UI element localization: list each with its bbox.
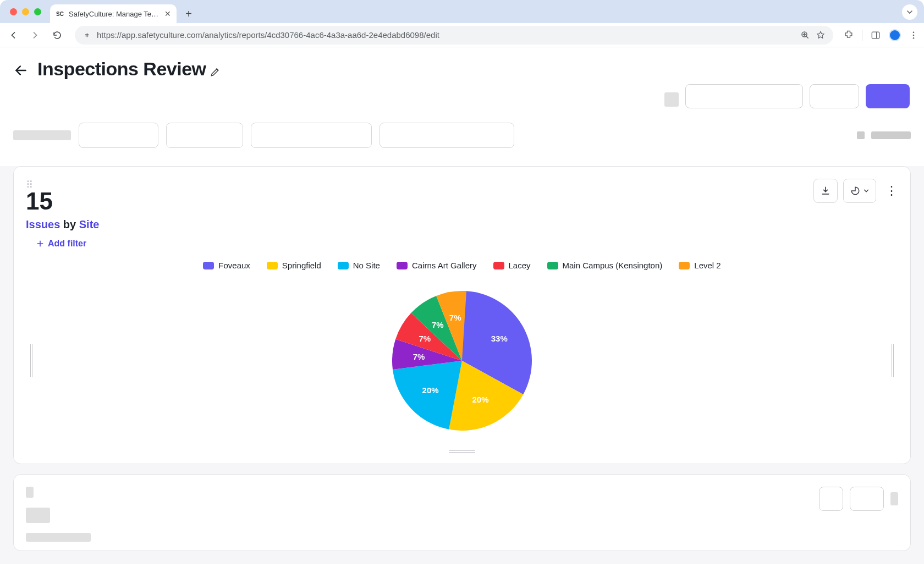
tab-title: SafetyCulture: Manage Teams and… <box>69 10 160 18</box>
legend-swatch <box>679 262 690 269</box>
legend-item[interactable]: Lacey <box>493 261 531 270</box>
placeholder-icon <box>857 131 865 139</box>
add-filter-button[interactable]: Add filter <box>36 239 99 249</box>
zoom-icon[interactable] <box>800 30 810 40</box>
window-fullscreen-icon[interactable] <box>34 8 41 15</box>
add-filter-label: Add filter <box>48 239 86 249</box>
legend-swatch <box>267 262 278 269</box>
resize-handle-left[interactable] <box>30 344 32 377</box>
page-header: Inspections Review <box>0 47 924 80</box>
chevron-down-icon <box>864 188 869 194</box>
plus-icon <box>36 239 45 248</box>
legend-label: No Site <box>353 261 380 270</box>
resize-handle-right[interactable] <box>892 344 894 377</box>
address-bar[interactable]: https://app.safetyculture.com/analytics/… <box>75 26 833 45</box>
svg-point-2 <box>913 31 915 33</box>
svg-rect-1 <box>872 32 879 38</box>
metric-value: 15 <box>26 188 99 215</box>
placeholder-button[interactable] <box>685 84 803 108</box>
filter-row <box>0 115 924 156</box>
filter-chip[interactable] <box>166 123 243 148</box>
legend-label: Main Campus (Kensington) <box>563 261 663 270</box>
placeholder-button[interactable] <box>810 84 859 108</box>
nav-reload-button[interactable] <box>50 27 65 43</box>
address-url: https://app.safetyculture.com/analytics/… <box>97 30 795 40</box>
placeholder-label <box>13 130 71 140</box>
metric-by: by <box>63 218 76 230</box>
legend-item[interactable]: Springfield <box>267 261 321 270</box>
browser-tabbar: SC SafetyCulture: Manage Teams and… ✕ + <box>0 0 924 23</box>
placeholder-menu[interactable] <box>890 492 898 505</box>
pie-slice-label: 20% <box>422 386 439 395</box>
metric-dimension[interactable]: Site <box>79 218 100 230</box>
favicon-icon: SC <box>56 9 64 18</box>
legend-item[interactable]: Cairns Art Gallery <box>397 261 477 270</box>
profile-avatar[interactable] <box>889 29 901 41</box>
legend-label: Springfield <box>282 261 321 270</box>
browser-menu-icon[interactable] <box>909 30 919 40</box>
primary-action-button[interactable] <box>866 84 910 108</box>
new-tab-button[interactable]: + <box>181 6 196 21</box>
legend-item[interactable]: Main Campus (Kensington) <box>547 261 663 270</box>
chart-card-placeholder <box>13 474 911 551</box>
filter-chip[interactable] <box>79 123 158 148</box>
pie-slice-label: 7% <box>449 313 461 322</box>
chart-type-dropdown[interactable] <box>843 179 876 203</box>
legend-item[interactable]: Level 2 <box>679 261 721 270</box>
tab-close-icon[interactable]: ✕ <box>164 9 171 18</box>
resize-handle-bottom[interactable] <box>449 450 475 454</box>
metric-link[interactable]: Issues <box>26 218 60 230</box>
sidepanel-icon[interactable] <box>870 30 881 41</box>
extensions-icon[interactable] <box>843 30 854 41</box>
header-actions <box>0 84 915 115</box>
chart-card-issues-by-site: ⠿ 15 Issues by Site Add filter <box>13 166 911 464</box>
legend-swatch <box>493 262 504 269</box>
bookmark-star-icon[interactable] <box>816 30 826 40</box>
download-button[interactable] <box>813 179 838 203</box>
placeholder-subtitle <box>26 533 91 542</box>
pie-slice-label: 7% <box>419 334 431 343</box>
placeholder-value <box>26 508 50 523</box>
pie-slice-label: 20% <box>472 395 489 404</box>
legend-item[interactable]: No Site <box>338 261 380 270</box>
pie-slice-label: 7% <box>432 320 444 329</box>
placeholder-label <box>871 131 911 139</box>
legend-label: Level 2 <box>694 261 721 270</box>
legend-swatch <box>203 262 214 269</box>
back-button[interactable] <box>13 63 29 78</box>
placeholder-handle <box>26 487 34 498</box>
toolbar-separator <box>862 30 862 41</box>
page-title: Inspections Review <box>37 58 206 80</box>
legend-swatch <box>547 262 558 269</box>
legend-label: Lacey <box>509 261 531 270</box>
legend-label: Cairns Art Gallery <box>412 261 477 270</box>
legend-item[interactable]: Foveaux <box>203 261 250 270</box>
svg-point-3 <box>913 34 915 36</box>
placeholder-button[interactable] <box>819 487 843 511</box>
chart-legend: FoveauxSpringfieldNo SiteCairns Art Gall… <box>26 261 898 270</box>
pie-slice-label: 7% <box>413 352 425 361</box>
pie-chart: 33%20%20%7%7%7%7% <box>26 276 898 446</box>
card-menu-icon[interactable]: ⋮ <box>885 184 898 198</box>
site-settings-icon[interactable] <box>82 31 91 40</box>
svg-point-4 <box>913 37 915 38</box>
filter-chip[interactable] <box>380 123 514 148</box>
edit-title-icon[interactable] <box>210 67 222 79</box>
browser-toolbar: https://app.safetyculture.com/analytics/… <box>0 23 924 47</box>
window-minimize-icon[interactable] <box>22 8 29 15</box>
metric-subtitle: Issues by Site <box>26 218 99 231</box>
pie-icon <box>850 186 860 196</box>
nav-back-button[interactable] <box>6 27 21 43</box>
nav-forward-button[interactable] <box>28 27 43 43</box>
pie-slice-label: 33% <box>491 334 508 343</box>
window-close-icon[interactable] <box>10 8 17 15</box>
filter-chip[interactable] <box>251 123 372 148</box>
placeholder-button[interactable] <box>850 487 884 511</box>
legend-swatch <box>397 262 408 269</box>
window-traffic-lights <box>7 0 47 23</box>
placeholder-icon <box>664 92 679 107</box>
browser-tab[interactable]: SC SafetyCulture: Manage Teams and… ✕ <box>50 4 177 23</box>
legend-swatch <box>338 262 349 269</box>
legend-label: Foveaux <box>218 261 250 270</box>
tabs-dropdown-icon[interactable] <box>902 4 917 20</box>
